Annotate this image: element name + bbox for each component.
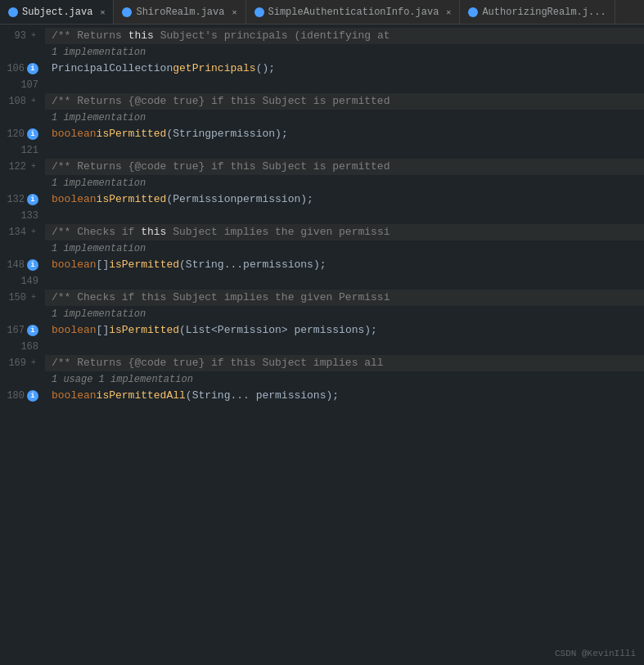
tab-authrealm-java[interactable]: AuthorizingRealm.j... — [460, 0, 615, 24]
num-148: 148 — [7, 257, 25, 273]
meta-line-108: 1 implementation — [45, 110, 644, 126]
line-num-meta-122 — [0, 175, 38, 191]
line-num-meta-150 — [0, 306, 38, 322]
code-line-149 — [45, 273, 644, 290]
expand-122[interactable]: + — [29, 162, 38, 172]
line-num-meta-169 — [0, 371, 38, 388]
code-line-134: /** Checks if this Subject implies the g… — [45, 224, 644, 240]
meta-line-122: 1 implementation — [45, 175, 644, 191]
tab-label-shiro: ShiroRealm.java — [136, 7, 224, 18]
tab-simpleauth-java[interactable]: SimpleAuthenticationInfo.java ✕ — [246, 0, 461, 24]
num-134: 134 — [8, 224, 26, 240]
keyword-boolean-180: boolean — [52, 388, 97, 404]
line-num-169: 169 + — [0, 355, 38, 371]
tab-close-simpleauth[interactable]: ✕ — [446, 7, 451, 17]
meta-text-122: 1 implementation — [52, 175, 146, 191]
line-num-meta-93 — [0, 44, 38, 61]
tab-icon-authrealm — [468, 7, 478, 17]
meta-line-134: 1 implementation — [45, 240, 644, 257]
tab-label-subject: Subject.java — [22, 7, 92, 18]
info-icon-148[interactable]: i — [27, 259, 38, 271]
expand-150[interactable]: + — [29, 293, 38, 303]
line-num-132: 132 i — [0, 191, 38, 208]
code-paren-open-148: ( — [179, 257, 186, 273]
info-icon-106[interactable]: i — [27, 63, 38, 74]
line-num-121: 121 — [0, 142, 38, 159]
comment-169: /** Returns {@code true} if this Subject… — [52, 355, 384, 371]
info-icon-167[interactable]: i — [27, 325, 38, 336]
code-param-148: permissions); — [243, 257, 326, 273]
tab-label-simpleauth: SimpleAuthenticationInfo.java — [268, 7, 439, 18]
num-120: 120 — [7, 126, 25, 142]
code-line-120: boolean isPermitted(String permission); — [45, 126, 644, 142]
num-93: 93 — [15, 28, 26, 44]
code-paren-106: (); — [256, 61, 275, 77]
code-paren-167: (List<Permission> permissions); — [179, 322, 377, 339]
meta-line-93: 1 implementation — [45, 44, 644, 61]
line-num-150: 150 + — [0, 290, 38, 306]
line-num-148: 148 i — [0, 257, 38, 273]
line-num-meta-134 — [0, 240, 38, 257]
code-permission-132: Permission — [173, 191, 236, 208]
expand-93[interactable]: + — [29, 31, 38, 41]
code-line-180: boolean isPermittedAll(String... permiss… — [45, 388, 644, 404]
num-107: 107 — [20, 77, 38, 93]
comment-134: /** Checks if this Subject implies the g… — [52, 224, 390, 240]
comment-150: /** Checks if this Subject implies the g… — [52, 290, 390, 306]
comment-93: /** Returns this Subject's principals (i… — [52, 28, 390, 44]
info-icon-132[interactable]: i — [27, 194, 38, 205]
code-line-168 — [45, 339, 644, 355]
code-string-148: String... — [186, 257, 243, 273]
info-icon-120[interactable]: i — [27, 128, 38, 140]
line-num-180: 180 i — [0, 388, 38, 404]
code-line-107 — [45, 77, 644, 93]
code-array-167: [] — [97, 322, 110, 339]
line-num-134: 134 + — [0, 224, 38, 240]
keyword-boolean-167: boolean — [52, 322, 97, 339]
num-167: 167 — [7, 322, 25, 339]
num-150: 150 — [8, 290, 26, 306]
comment-108: /** Returns {@code true} if this Subject… — [52, 93, 390, 110]
watermark: CSDN @KevinIlli — [555, 649, 636, 658]
tab-close-shiro[interactable]: ✕ — [232, 7, 236, 17]
code-string-120: String — [173, 126, 211, 142]
meta-line-169: 1 usage 1 implementation — [45, 371, 644, 388]
code-line-167: boolean[] isPermitted(List<Permission> p… — [45, 322, 644, 339]
expand-134[interactable]: + — [29, 227, 38, 237]
code-paren-open-120: ( — [166, 126, 173, 142]
expand-169[interactable]: + — [29, 358, 38, 368]
expand-108[interactable]: + — [29, 97, 38, 106]
meta-text-150: 1 implementation — [52, 306, 146, 322]
num-106: 106 — [7, 61, 25, 77]
line-num-122: 122 + — [0, 159, 38, 175]
tab-shirorealm-java[interactable]: ShiroRealm.java ✕ — [114, 0, 245, 24]
line-num-108: 108 + — [0, 93, 38, 110]
num-121: 121 — [20, 142, 38, 159]
code-ispermitted-120: isPermitted — [97, 126, 167, 142]
tab-close-subject[interactable]: ✕ — [100, 7, 105, 17]
code-line-132: boolean isPermitted(Permission permissio… — [45, 191, 644, 208]
code-array-148: [] — [97, 257, 110, 273]
keyword-boolean-148: boolean — [52, 257, 97, 273]
code-ispermitted-132: isPermitted — [97, 191, 167, 208]
code-line-93: /** Returns this Subject's principals (i… — [45, 28, 644, 44]
num-169: 169 — [8, 355, 26, 371]
tab-subject-java[interactable]: Subject.java ✕ — [0, 0, 114, 24]
code-content: /** Returns this Subject's principals (i… — [45, 25, 644, 665]
line-num-133: 133 — [0, 208, 38, 224]
line-num-167: 167 i — [0, 322, 38, 339]
editor-area: 93 + 106 i 107 108 + 120 i 121 — [0, 25, 644, 665]
info-icon-180[interactable]: i — [27, 390, 38, 402]
code-line-148: boolean[] isPermitted(String... permissi… — [45, 257, 644, 273]
line-num-meta-108 — [0, 110, 38, 126]
tab-label-authrealm: AuthorizingRealm.j... — [482, 7, 606, 18]
code-line-133 — [45, 208, 644, 224]
code-getprincipals: getPrincipals — [173, 61, 255, 77]
code-line-122: /** Returns {@code true} if this Subject… — [45, 159, 644, 175]
tab-icon-subject — [8, 7, 18, 17]
code-param-120: permission); — [211, 126, 288, 142]
code-paren-180: (String... permissions); — [186, 388, 339, 404]
line-num-149: 149 — [0, 273, 38, 290]
code-ispermitted-148: isPermitted — [109, 257, 179, 273]
code-principalcollection: PrincipalCollection — [52, 61, 173, 77]
